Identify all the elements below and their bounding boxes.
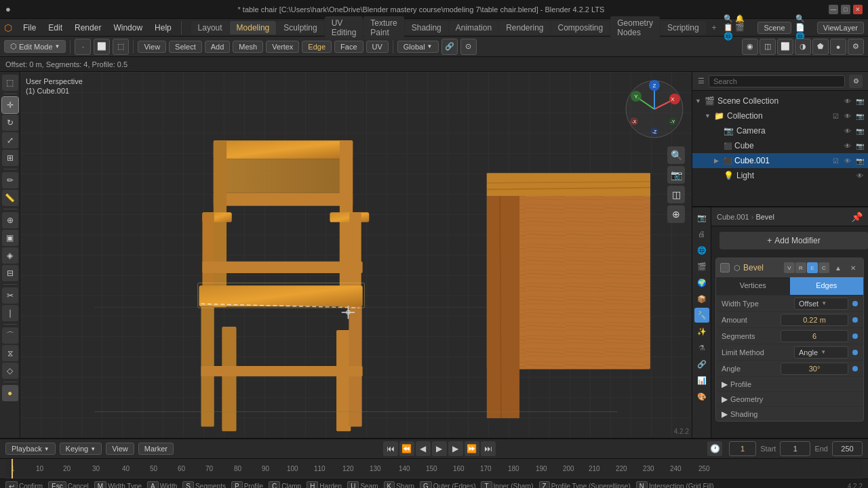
select-menu[interactable]: Select <box>169 41 202 53</box>
view-menu[interactable]: View <box>138 41 166 53</box>
props-tab-object[interactable]: 📦 <box>694 291 709 306</box>
shear-tool[interactable]: ◇ <box>2 363 18 379</box>
collection-item[interactable]: ▼ 📁 Collection ☑ 👁 📷 <box>692 108 868 123</box>
minimize-button[interactable]: — <box>829 5 838 14</box>
mod-type-verts[interactable]: V <box>784 262 795 273</box>
shading-section-header[interactable]: ▶ Shading <box>716 406 863 421</box>
uv-menu[interactable]: UV <box>366 41 389 53</box>
props-tab-data[interactable]: 📊 <box>694 373 709 388</box>
coll-render[interactable]: 📷 <box>854 110 865 121</box>
next-frame-btn[interactable]: ▶ <box>448 441 463 456</box>
jump-end-btn[interactable]: ⏭ <box>481 441 496 456</box>
jump-next-keyframe-btn[interactable]: ⏩ <box>465 441 479 456</box>
mesh-menu[interactable]: Mesh <box>233 41 263 53</box>
transform-selector[interactable]: Global ▼ <box>397 41 439 53</box>
cube-vis[interactable]: 👁 <box>842 140 853 151</box>
geometry-section-header[interactable]: ▶ Geometry <box>716 391 863 406</box>
props-tab-material[interactable]: 🎨 <box>694 389 709 404</box>
timeline-view-menu[interactable]: View <box>106 443 134 455</box>
edge-menu[interactable]: Edge <box>302 41 332 53</box>
coll-checkbox[interactable]: ☑ <box>830 110 841 121</box>
cube001-checkbox[interactable]: ☑ <box>830 155 841 166</box>
toolbar-settings[interactable]: ⚙ <box>848 39 864 55</box>
bevel-tool[interactable]: ◈ <box>2 247 18 264</box>
bevel-tab-edges[interactable]: Edges <box>790 277 864 295</box>
ws-tab-modeling[interactable]: Modeling <box>230 21 277 35</box>
proportional-btn[interactable]: ⊙ <box>460 39 477 55</box>
ws-tab-animation[interactable]: Animation <box>449 21 498 35</box>
cube001-render[interactable]: 📷 <box>854 155 865 166</box>
knife-tool[interactable]: ✂ <box>2 287 18 304</box>
menu-file[interactable]: File <box>18 22 41 34</box>
camera-tree-item[interactable]: 📷 Camera 👁 📷 <box>692 123 868 138</box>
fps-btn[interactable]: 🕐 <box>707 441 722 456</box>
coll-vis[interactable]: 👁 <box>842 110 853 121</box>
props-tab-constraints[interactable]: 🔗 <box>694 357 709 371</box>
cube-render[interactable]: 📷 <box>854 140 865 151</box>
profile-section-header[interactable]: ▶ Profile <box>716 376 863 391</box>
smooth-tool[interactable]: ⌒ <box>2 327 18 344</box>
ws-tab-geometry-nodes[interactable]: Geometry Nodes <box>610 16 660 39</box>
overlay-btn[interactable]: ◉ <box>742 39 758 55</box>
measure-tool[interactable]: 📏 <box>2 190 18 206</box>
annotate-tool[interactable]: ✏ <box>2 172 18 188</box>
scene-coll-vis[interactable]: 👁 <box>842 96 853 106</box>
add-modifier-button[interactable]: + Add Modifier <box>719 232 868 249</box>
bisect-tool[interactable]: ∣ <box>2 305 18 321</box>
play-btn[interactable]: ▶ <box>432 441 447 456</box>
bevel-close-btn[interactable]: ✕ <box>847 262 859 274</box>
cube001-tree-item[interactable]: ▶ ⬛ Cube.001 ☑ 👁 📷 <box>692 153 868 168</box>
ws-tab-uv-editing[interactable]: UV Editing <box>325 16 363 39</box>
display-mode-solid[interactable]: ⬜ <box>777 39 793 55</box>
start-frame-input[interactable] <box>780 441 810 456</box>
transform-tool[interactable]: ⊞ <box>2 150 18 166</box>
toggle-overlay-btn[interactable]: ⊕ <box>667 205 685 223</box>
snap-btn[interactable]: 🔗 <box>441 39 458 55</box>
wire-icon[interactable]: ⬚ <box>113 39 129 55</box>
scene-coll-render[interactable]: 📷 <box>854 96 865 106</box>
props-tab-modifier[interactable]: 🔧 <box>694 308 709 323</box>
bevel-expand-icon[interactable]: ▲ <box>832 262 844 274</box>
ws-tab-add[interactable]: + <box>707 21 722 35</box>
menu-render[interactable]: Render <box>69 22 106 34</box>
cube-tree-item[interactable]: ⬛ Cube 👁 📷 <box>692 138 868 153</box>
frame-ruler[interactable]: 1 10 20 30 40 50 60 70 80 90 100 110 120… <box>0 458 868 479</box>
mod-type-edit[interactable]: E <box>807 262 818 273</box>
menu-window[interactable]: Window <box>108 22 148 34</box>
close-button[interactable]: ✕ <box>853 5 863 14</box>
menu-help[interactable]: Help <box>149 22 177 34</box>
bevel-tab-vertices[interactable]: Vertices <box>716 277 790 295</box>
select-tool[interactable]: ⬚ <box>2 75 18 91</box>
width-type-dropdown[interactable]: Offset ▼ <box>794 298 848 310</box>
props-tab-view-layer[interactable]: 🌐 <box>694 243 709 258</box>
solid-icon[interactable]: ⬜ <box>94 39 110 55</box>
header-toggle[interactable]: · <box>75 39 91 55</box>
outliner-search-input[interactable] <box>709 75 845 87</box>
segments-input[interactable]: 6 <box>781 330 848 342</box>
maximize-button[interactable]: □ <box>841 5 850 14</box>
keying-menu[interactable]: Keying ▼ <box>60 443 102 455</box>
shrink-tool[interactable]: ⧖ <box>2 345 18 361</box>
ws-tab-rendering[interactable]: Rendering <box>499 21 550 35</box>
mod-type-real[interactable]: R <box>795 262 806 273</box>
angle-input[interactable]: 30° <box>781 363 848 375</box>
nav-gizmo[interactable]: X Y Z -X -Y -Z <box>624 79 685 140</box>
xray-btn[interactable]: ◫ <box>760 39 776 55</box>
viewlayer-dropdown[interactable]: ViewLayer <box>817 22 864 34</box>
end-frame-input[interactable] <box>832 441 863 456</box>
camera-view-btn[interactable]: 📷 <box>667 166 685 184</box>
jump-prev-keyframe-btn[interactable]: ⏪ <box>399 441 414 456</box>
add-menu[interactable]: Add <box>205 41 231 53</box>
ws-tab-texture-paint[interactable]: Texture Paint <box>363 16 403 39</box>
props-tab-render[interactable]: 📷 <box>694 210 709 225</box>
zoom-fit-btn[interactable]: 🔍 <box>667 146 685 164</box>
current-frame-input[interactable] <box>729 441 756 456</box>
light-vis[interactable]: 👁 <box>854 170 865 181</box>
display-mode-matcap[interactable]: ● <box>830 39 846 55</box>
ws-tab-layout[interactable]: Layout <box>191 21 229 35</box>
menu-edit[interactable]: Edit <box>43 22 68 34</box>
light-tree-item[interactable]: 💡 Light 👁 <box>692 168 868 183</box>
loop-cut-tool[interactable]: ⊟ <box>2 265 18 281</box>
viewport[interactable]: User Perspective (1) Cube.001 X Y Z <box>20 72 692 438</box>
extrude-tool[interactable]: ⊕ <box>2 212 18 228</box>
